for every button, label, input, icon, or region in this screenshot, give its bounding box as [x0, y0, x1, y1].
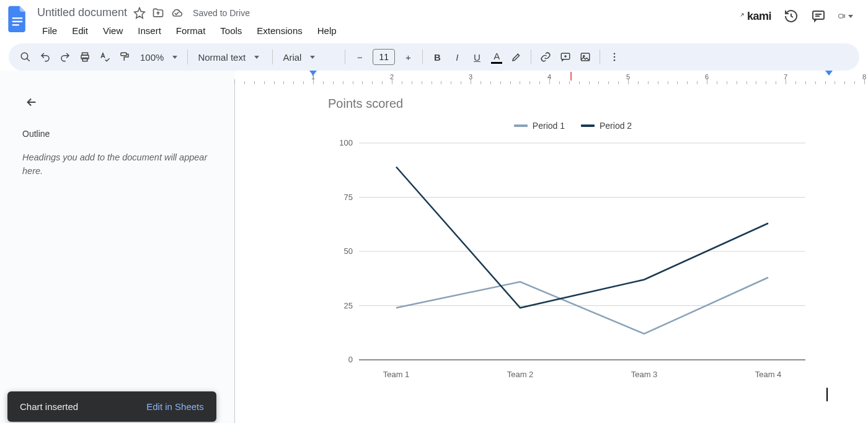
chevron-down-icon	[172, 56, 177, 59]
svg-text:Team 4: Team 4	[755, 370, 782, 379]
toolbar: 100% Normal text Arial − 11 + B I U A	[9, 43, 859, 71]
bold-button[interactable]: B	[428, 48, 446, 66]
highlight-button[interactable]	[507, 48, 526, 66]
outline-header: Outline	[22, 129, 223, 139]
style-value: Normal text	[198, 52, 246, 63]
kami-label: kami	[747, 10, 771, 23]
separator	[345, 50, 345, 64]
svg-text:25: 25	[344, 301, 353, 310]
ruler-area: 12345678	[0, 71, 868, 84]
text-cursor	[826, 388, 828, 401]
header-right: kami	[737, 4, 862, 24]
history-icon[interactable]	[784, 9, 799, 24]
inserted-chart[interactable]: Points scored Period 1 Period 2 02550751…	[328, 97, 818, 385]
menu-insert[interactable]: Insert	[131, 23, 167, 38]
horizontal-ruler[interactable]: 12345678	[234, 71, 868, 84]
svg-rect-2	[12, 24, 19, 25]
menu-format[interactable]: Format	[170, 23, 212, 38]
spellcheck-icon[interactable]	[95, 48, 114, 66]
save-status[interactable]: Saved to Drive	[193, 8, 250, 18]
chevron-down-icon	[254, 56, 259, 59]
svg-rect-9	[121, 53, 126, 56]
svg-text:50: 50	[344, 246, 353, 256]
font-size-input[interactable]: 11	[373, 49, 395, 65]
separator	[187, 50, 188, 64]
svg-text:Team 1: Team 1	[383, 370, 410, 379]
menu-help[interactable]: Help	[311, 23, 343, 38]
paint-format-icon[interactable]	[115, 48, 134, 66]
menu-view[interactable]: View	[97, 23, 129, 38]
increase-font-icon[interactable]: +	[399, 48, 417, 66]
legend-label: Period 2	[600, 121, 632, 131]
chevron-down-icon	[310, 56, 315, 59]
insert-image-icon[interactable]	[576, 48, 595, 66]
menu-extensions[interactable]: Extensions	[250, 23, 308, 38]
document-canvas[interactable]: Points scored Period 1 Period 2 02550751…	[234, 84, 868, 423]
app-header: Untitled document Saved to Drive File Ed…	[0, 0, 868, 43]
svg-rect-0	[12, 17, 23, 19]
cloud-saved-icon[interactable]	[170, 7, 183, 19]
docs-logo-icon[interactable]	[5, 4, 30, 33]
zoom-value: 100%	[140, 52, 164, 63]
link-icon[interactable]	[536, 48, 555, 66]
chart-plot: 0255075100Team 1Team 2Team 3Team 4	[328, 137, 818, 385]
font-value: Arial	[283, 52, 301, 63]
chevron-down-icon	[848, 15, 853, 18]
svg-point-5	[21, 53, 28, 59]
outline-empty-text: Headings you add to the document will ap…	[22, 151, 223, 178]
main-area: Outline Headings you add to the document…	[0, 84, 868, 423]
move-icon[interactable]	[152, 7, 164, 19]
separator	[422, 50, 423, 64]
svg-rect-4	[839, 14, 843, 18]
font-select[interactable]: Arial	[278, 52, 340, 63]
search-icon[interactable]	[16, 48, 35, 66]
vertical-ruler[interactable]	[0, 84, 11, 423]
add-comment-icon[interactable]	[556, 48, 575, 66]
comments-icon[interactable]	[811, 9, 826, 24]
svg-rect-1	[12, 21, 23, 22]
legend-item-period1: Period 1	[514, 121, 565, 131]
legend-label: Period 1	[533, 121, 565, 131]
underline-button[interactable]: U	[467, 48, 486, 66]
svg-text:Team 2: Team 2	[507, 370, 534, 379]
italic-button[interactable]: I	[448, 48, 466, 66]
separator	[600, 50, 600, 64]
document-title[interactable]: Untitled document	[37, 6, 127, 19]
svg-point-13	[614, 53, 616, 55]
menu-bar: File Edit View Insert Format Tools Exten…	[30, 19, 737, 43]
title-area: Untitled document Saved to Drive File Ed…	[30, 4, 737, 43]
legend-item-period2: Period 2	[581, 121, 632, 131]
star-icon[interactable]	[133, 7, 146, 19]
menu-edit[interactable]: Edit	[66, 23, 94, 38]
menu-tools[interactable]: Tools	[214, 23, 248, 38]
chart-title: Points scored	[328, 97, 818, 111]
svg-text:0: 0	[348, 355, 353, 364]
kami-extension[interactable]: kami	[737, 10, 771, 23]
toast-action-button[interactable]: Edit in Sheets	[146, 401, 204, 412]
decrease-font-icon[interactable]: −	[350, 48, 369, 66]
toast-notification: Chart inserted Edit in Sheets	[7, 391, 216, 422]
svg-point-12	[583, 55, 585, 56]
svg-text:75: 75	[344, 193, 353, 202]
svg-rect-3	[813, 11, 824, 19]
meet-icon[interactable]	[838, 9, 853, 24]
separator	[272, 50, 273, 64]
undo-icon[interactable]	[36, 48, 55, 66]
svg-text:Team 3: Team 3	[631, 370, 658, 379]
outline-sidebar: Outline Headings you add to the document…	[11, 84, 234, 423]
redo-icon[interactable]	[56, 48, 74, 66]
paragraph-style-select[interactable]: Normal text	[193, 52, 267, 63]
chart-legend: Period 1 Period 2	[328, 121, 818, 131]
print-icon[interactable]	[76, 48, 94, 66]
text-color-button[interactable]: A	[487, 48, 506, 66]
svg-point-15	[614, 59, 616, 61]
more-icon[interactable]	[605, 48, 624, 66]
svg-text:100: 100	[339, 138, 353, 147]
menu-file[interactable]: File	[36, 23, 63, 38]
zoom-select[interactable]: 100%	[135, 52, 182, 63]
separator	[531, 50, 531, 64]
svg-point-14	[614, 56, 616, 58]
collapse-outline-icon[interactable]	[22, 93, 223, 115]
toast-message: Chart inserted	[20, 401, 78, 412]
